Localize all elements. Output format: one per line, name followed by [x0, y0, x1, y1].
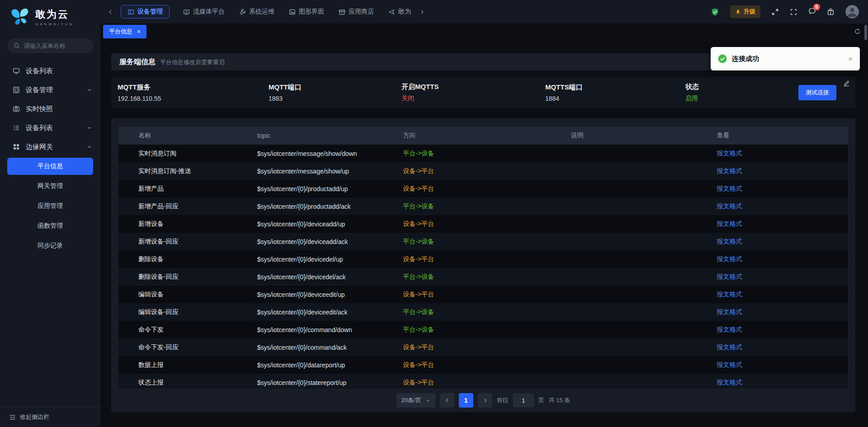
edit-pencil-icon[interactable] — [843, 80, 850, 87]
fullscreen-icon[interactable] — [771, 8, 779, 16]
device-list-2-icon — [13, 124, 20, 131]
topnav-right-tools: 升级 0 — [711, 5, 859, 19]
toast-message: 连接成功 — [732, 55, 759, 63]
payload-format-link[interactable]: 报文格式 — [717, 273, 742, 280]
payload-format-link[interactable]: 报文格式 — [717, 150, 742, 157]
sidebar-subitem-app-manage[interactable]: 应用管理 — [0, 196, 100, 216]
sidebar-search[interactable] — [7, 38, 93, 53]
search-icon — [13, 42, 20, 49]
column-header: 说明 — [571, 131, 717, 140]
sidebar-subitem-function-manage[interactable]: 函数管理 — [0, 216, 100, 236]
topnav-item-device-manage[interactable]: 设备管理 — [121, 5, 170, 19]
sidebar-item-device-list[interactable]: 设备列表 — [0, 61, 100, 80]
info-field-value: 192.168.110.55 — [118, 95, 269, 102]
info-field-label: MQTTS端口 — [545, 83, 685, 92]
tab-close-icon[interactable]: × — [137, 28, 141, 35]
payload-format-link[interactable]: 报文格式 — [717, 343, 742, 351]
payload-format-link[interactable]: 报文格式 — [717, 220, 742, 227]
table-row: 命令下发 $sys/iotcenter/{0}/command/down 平台-… — [118, 321, 848, 338]
row-direction: 平台->设备 — [403, 273, 571, 281]
goto-page-input[interactable] — [513, 394, 534, 407]
topnav-item-graphic-ui[interactable]: 图形界面 — [288, 5, 325, 19]
payload-format-link[interactable]: 报文格式 — [717, 167, 742, 174]
topnav-item-stream-platform[interactable]: 流媒体平台 — [182, 5, 226, 19]
table-body: 实时消息订阅 $sys/iotcenter/message/show/down … — [118, 145, 848, 389]
user-avatar[interactable] — [845, 5, 859, 19]
sidebar-subitem-gateway-manage[interactable]: 网关管理 — [0, 176, 100, 196]
device-manage-icon — [127, 9, 134, 15]
table-row: 新增产品 $sys/iotcenter/{0}/productadd/up 设备… — [118, 180, 848, 197]
main-content: 服务端信息 平台信息修改后需要重启 MQTT服务 192.168.110.55 … — [111, 40, 855, 427]
info-field: MQTT端口 1883 — [269, 83, 401, 102]
nav-scroll-right-icon[interactable] — [419, 9, 425, 15]
page-size-select[interactable]: 20条/页 — [396, 393, 435, 408]
brand-name: 敢为云 — [35, 8, 74, 21]
row-direction: 设备->平台 — [403, 291, 571, 299]
upgrade-button[interactable]: 升级 — [730, 5, 760, 18]
row-name: 新增产品 — [118, 185, 257, 193]
row-direction: 设备->平台 — [403, 255, 571, 263]
topnav-item-label: 应用商店 — [349, 8, 374, 16]
app-store-icon — [339, 9, 345, 15]
sidebar-subitem-label: 网关管理 — [38, 182, 63, 190]
sidebar-subitem-platform-info[interactable]: 平台信息 — [7, 158, 93, 175]
payload-format-link[interactable]: 报文格式 — [717, 202, 742, 210]
topnav-item-ganwei[interactable]: 敢为 — [387, 5, 412, 19]
row-direction: 平台->设备 — [403, 326, 571, 334]
table-row: 编辑设备-回应 $sys/iotcenter/{0}/deviceedit/ac… — [118, 303, 848, 321]
row-direction: 平台->设备 — [403, 150, 571, 158]
refresh-icon[interactable] — [854, 28, 861, 35]
prev-page-button[interactable] — [440, 393, 454, 408]
sidebar-subitem-label: 平台信息 — [38, 162, 63, 170]
table-row: 数据上报 $sys/iotcenter/{0}/datareport/up 设备… — [118, 356, 848, 374]
gift-bag-icon[interactable] — [827, 8, 835, 16]
sidebar-subitem-label: 同步记录 — [38, 242, 63, 250]
total-count-label: 共 15 条 — [549, 396, 571, 404]
messages-button[interactable]: 0 — [808, 7, 816, 17]
sidebar-item-edge-gateway[interactable]: 边缘网关 — [0, 137, 100, 156]
topnav-item-app-store[interactable]: 应用商店 — [338, 5, 375, 19]
scrollbar-thumb[interactable] — [864, 25, 867, 40]
collapse-sidebar-icon — [9, 414, 16, 421]
collapse-sidebar-button[interactable]: 收起侧边栏 — [9, 413, 91, 421]
payload-format-link[interactable]: 报文格式 — [717, 379, 742, 386]
sidebar-item-device-list-2[interactable]: 设备列表 — [0, 118, 100, 137]
graphic-ui-icon — [289, 9, 296, 15]
info-field-label: MQTT服务 — [118, 83, 269, 92]
menu-search-input[interactable] — [24, 42, 87, 49]
message-count-badge: 0 — [813, 4, 820, 10]
payload-format-link[interactable]: 报文格式 — [717, 291, 742, 298]
topnav-item-label: 设备管理 — [137, 8, 163, 16]
collapse-sidebar-label: 收起侧边栏 — [20, 413, 49, 421]
table-row: 实时消息订阅-推送 $sys/iotcenter/message/show/up… — [118, 162, 848, 180]
payload-format-link[interactable]: 报文格式 — [717, 238, 742, 245]
info-fields: MQTT服务 192.168.110.55 MQTT端口 1883 开启MQTT… — [118, 83, 753, 103]
test-connection-button[interactable]: 测试连接 — [798, 85, 836, 100]
payload-format-link[interactable]: 报文格式 — [717, 361, 742, 368]
page-number-button[interactable]: 1 — [459, 393, 473, 408]
row-direction: 平台->设备 — [403, 238, 571, 246]
payload-format-link[interactable]: 报文格式 — [717, 326, 742, 333]
topnav-item-label: 图形界面 — [299, 8, 324, 16]
column-header: 查看 — [717, 131, 848, 140]
page-scrollbar[interactable] — [864, 25, 867, 422]
next-page-button[interactable] — [478, 393, 492, 408]
stream-platform-icon — [183, 9, 190, 15]
tab-platform-info[interactable]: 平台信息 × — [103, 25, 146, 38]
security-shield-icon[interactable] — [711, 8, 719, 16]
sidebar-subitem-sync-records[interactable]: 同步记录 — [0, 236, 100, 256]
upgrade-label: 升级 — [744, 8, 755, 16]
info-field-label: 开启MQTTS — [401, 83, 545, 91]
toast-close-icon[interactable]: × — [848, 55, 853, 63]
topnav-item-system-ops[interactable]: 系统运维 — [238, 5, 275, 19]
sidebar-item-realtime-snapshot[interactable]: 实时快照 — [0, 99, 100, 118]
payload-format-link[interactable]: 报文格式 — [717, 255, 742, 263]
sidebar-item-device-manage[interactable]: 设备管理 — [0, 80, 100, 99]
payload-format-link[interactable]: 报文格式 — [717, 185, 742, 192]
payload-format-link[interactable]: 报文格式 — [717, 308, 742, 315]
table-row: 新增设备 $sys/iotcenter/{0}/deviceadd/up 设备-… — [118, 215, 848, 233]
screenshot-frame-icon[interactable] — [790, 8, 797, 16]
chevron-down-icon — [87, 125, 92, 131]
pagination-bar: 20条/页 1 前往 页 共 15 条 — [118, 389, 848, 412]
nav-scroll-left-icon[interactable] — [108, 9, 113, 15]
